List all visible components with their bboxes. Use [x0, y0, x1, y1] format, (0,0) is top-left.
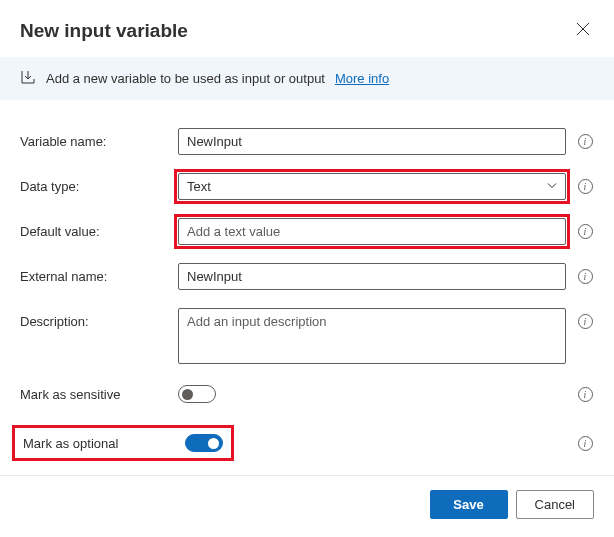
info-icon[interactable]: i [578, 224, 593, 239]
variable-name-input[interactable] [178, 128, 566, 155]
row-external-name: External name: i [20, 263, 594, 290]
info-icon[interactable]: i [578, 179, 593, 194]
label-default-value: Default value: [20, 218, 168, 239]
row-description: Description: i [20, 308, 594, 367]
dialog-footer: Save Cancel [0, 475, 614, 537]
info-icon[interactable]: i [578, 134, 593, 149]
row-default-value: Default value: i [20, 218, 594, 245]
label-sensitive: Mark as sensitive [20, 387, 168, 402]
label-optional: Mark as optional [23, 436, 155, 451]
optional-toggle[interactable] [185, 434, 223, 452]
more-info-link[interactable]: More info [335, 71, 389, 86]
cancel-button[interactable]: Cancel [516, 490, 594, 519]
row-data-type: Data type: Text i [20, 173, 594, 200]
optional-highlight: Mark as optional [12, 425, 234, 461]
label-external-name: External name: [20, 263, 168, 284]
sensitive-toggle[interactable] [178, 385, 216, 403]
row-optional: Mark as optional i [20, 425, 594, 461]
save-button[interactable]: Save [430, 490, 508, 519]
dialog-header: New input variable [0, 0, 614, 57]
row-variable-name: Variable name: i [20, 128, 594, 155]
info-icon[interactable]: i [578, 387, 593, 402]
label-description: Description: [20, 308, 168, 329]
external-name-input[interactable] [178, 263, 566, 290]
form: Variable name: i Data type: Text i Defau… [0, 100, 614, 461]
row-sensitive: Mark as sensitive i [20, 385, 594, 403]
label-variable-name: Variable name: [20, 128, 168, 149]
info-icon[interactable]: i [578, 314, 593, 329]
close-icon [576, 22, 590, 36]
default-value-input[interactable] [178, 218, 566, 245]
close-button[interactable] [572, 18, 594, 43]
import-icon [20, 69, 36, 88]
description-input[interactable] [178, 308, 566, 364]
info-banner: Add a new variable to be used as input o… [0, 57, 614, 100]
info-icon[interactable]: i [578, 436, 593, 451]
label-data-type: Data type: [20, 173, 168, 194]
dialog-title: New input variable [20, 20, 188, 42]
data-type-select[interactable]: Text [178, 173, 566, 200]
info-icon[interactable]: i [578, 269, 593, 284]
new-input-variable-dialog: New input variable Add a new variable to… [0, 0, 614, 537]
banner-text: Add a new variable to be used as input o… [46, 71, 325, 86]
